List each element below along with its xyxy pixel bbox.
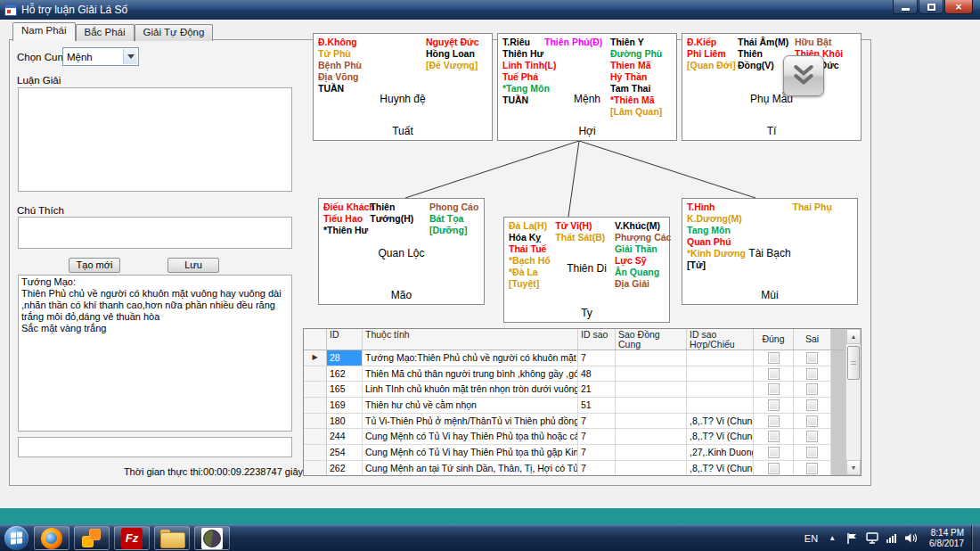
cell-dung[interactable] — [754, 350, 794, 366]
checkbox-sai[interactable] — [806, 352, 818, 364]
chu-thich-textarea[interactable] — [18, 217, 292, 249]
checkbox-dung[interactable] — [768, 447, 780, 458]
col-header-sao-dong-cung[interactable]: Sao Đồng Cung — [616, 329, 687, 350]
cell-id-sao-hop-chieu[interactable]: ,8,.T? Vi (Chung). — [687, 414, 754, 430]
col-header-sai[interactable]: Sai — [794, 329, 831, 350]
note-input[interactable] — [18, 437, 292, 457]
cell-id-sao-hop-chieu[interactable] — [687, 366, 754, 382]
cell-id[interactable]: 244 — [327, 429, 363, 445]
col-header-thuoc-tinh[interactable]: Thuộc tính — [363, 329, 578, 350]
cell-thuoc-tinh[interactable]: Cung Mệnh an tại Tứ sinh Dần, Thân, Tị, … — [363, 461, 578, 475]
cell-sao-dong-cung[interactable] — [616, 429, 687, 445]
cell-dung[interactable] — [754, 366, 794, 382]
cell-sai[interactable] — [794, 445, 831, 461]
cell-thuoc-tinh[interactable]: Thiên hư chủ về cằm nhọn — [363, 398, 578, 414]
row-selector[interactable] — [304, 398, 327, 414]
cell-thuoc-tinh[interactable]: Tủ Vi-Thiên Phủ ở mệnh/ThânTủ vi Thiên p… — [363, 414, 578, 430]
start-button[interactable] — [4, 526, 29, 550]
cell-id-sao-hop-chieu[interactable]: ,8,.T? Vi (Chung). — [687, 429, 754, 445]
volume-icon[interactable] — [904, 532, 918, 544]
tab-giai-tu-dong[interactable]: Giải Tự Động — [135, 24, 214, 41]
checkbox-sai[interactable] — [806, 415, 818, 427]
row-selector[interactable] — [304, 414, 327, 430]
cell-id[interactable]: 262 — [327, 461, 363, 475]
palace-cell-tuat[interactable]: Đ.KhôngTử PhùBệnh PhùĐịa VõngTUẦNNguyệt … — [313, 33, 493, 141]
checkbox-dung[interactable] — [768, 368, 780, 380]
cell-id-sao-hop-chieu[interactable] — [687, 398, 754, 414]
checkbox-dung[interactable] — [768, 399, 780, 411]
cell-id-sao[interactable]: 21 — [578, 382, 616, 398]
cell-id-sao-hop-chieu[interactable] — [687, 350, 754, 366]
col-header-id-sao-hop-chieu[interactable]: ID sao Hợp/Chiếu — [687, 329, 754, 350]
checkbox-dung[interactable] — [768, 415, 780, 427]
checkbox-sai[interactable] — [806, 383, 818, 395]
cell-id-sao[interactable]: 7 — [578, 461, 616, 475]
taskbar-item-firefox[interactable] — [34, 526, 69, 550]
language-indicator[interactable]: EN — [804, 533, 818, 544]
remote-session-icon[interactable] — [866, 532, 878, 544]
show-desktop-button[interactable] — [971, 525, 980, 551]
table-row[interactable]: 254Cung Mệnh có Tủ Vi hay Thiên Phủ tọa … — [304, 445, 845, 461]
checkbox-sai[interactable] — [806, 399, 818, 411]
cell-sao-dong-cung[interactable] — [616, 414, 687, 430]
taskbar-item-filezilla[interactable]: Fz — [114, 526, 150, 550]
cell-id[interactable]: 169 — [327, 398, 363, 414]
cell-dung[interactable] — [754, 382, 794, 398]
palace-cell-ty[interactable]: Đà La(H)Hóa KỵThái Tuế*Bạch Hổ*Đà La[Tuy… — [503, 217, 670, 323]
cell-sao-dong-cung[interactable] — [616, 461, 687, 475]
cell-thuoc-tinh[interactable]: Thiên Mã chủ thân người trung bình ,khôn… — [363, 366, 578, 382]
table-row[interactable]: 169Thiên hư chủ về cằm nhọn51 — [304, 398, 845, 414]
cell-id-sao[interactable]: 7 — [578, 414, 616, 430]
cell-sao-dong-cung[interactable] — [616, 382, 687, 398]
table-row[interactable]: 162Thiên Mã chủ thân người trung bình ,k… — [304, 366, 845, 382]
table-row[interactable]: 180Tủ Vi-Thiên Phủ ở mệnh/ThânTủ vi Thiê… — [304, 414, 845, 430]
checkbox-sai[interactable] — [806, 368, 818, 380]
checkbox-dung[interactable] — [768, 431, 780, 442]
checkbox-sai[interactable] — [806, 447, 818, 458]
cell-id-sao-hop-chieu[interactable]: ,8,.T? Vi (Chung). — [687, 461, 754, 475]
minimize-button[interactable] — [893, 0, 918, 14]
cell-sai[interactable] — [794, 398, 831, 414]
luan-giai-textarea[interactable] — [18, 87, 292, 192]
cell-id[interactable]: 165 — [327, 382, 363, 398]
close-button[interactable]: × — [944, 0, 973, 14]
table-row[interactable]: ▶28Tướng Mạo:Thiên Phủ chủ về người có k… — [304, 350, 845, 366]
taskbar-clock[interactable]: 8:14 PM 6/8/2017 — [929, 528, 964, 549]
cell-sai[interactable] — [794, 350, 831, 366]
cell-sao-dong-cung[interactable] — [616, 445, 687, 461]
cell-dung[interactable] — [754, 398, 794, 414]
luu-button[interactable]: Lưu — [167, 258, 219, 273]
palace-cell-ti[interactable]: Đ.KiếpPhi Liêm[Quan Đới]Thái Âm(M)Thiên … — [682, 33, 862, 141]
checkbox-dung[interactable] — [768, 463, 780, 474]
action-center-flag-icon[interactable] — [846, 532, 858, 545]
tab-bac-phai[interactable]: Bắc Phái — [76, 24, 135, 41]
cell-sai[interactable] — [794, 382, 831, 398]
cell-sai[interactable] — [794, 461, 831, 475]
tab-nam-phai[interactable]: Nam Phái — [12, 22, 76, 41]
scroll-up-arrow[interactable]: ▲ — [846, 329, 861, 344]
cell-id-sao[interactable]: 51 — [578, 398, 616, 414]
scrollbar-thumb[interactable] — [847, 346, 860, 380]
cell-id[interactable]: 180 — [327, 414, 363, 430]
tao-moi-button[interactable]: Tạo mới — [69, 258, 120, 273]
cell-thuoc-tinh[interactable]: Tướng Mạo:Thiên Phủ chủ về người có khuô… — [363, 350, 578, 366]
cell-thuoc-tinh[interactable]: Cung Mệnh có Tủ Vi hay Thiên Phủ tọa thủ… — [363, 445, 578, 461]
cell-thuoc-tinh[interactable]: Cung Mệnh có Tủ Vi hay Thiên Phủ tọa thủ… — [363, 429, 578, 445]
cell-id-sao[interactable]: 48 — [578, 366, 616, 382]
chevron-down-icon[interactable] — [123, 49, 137, 64]
cell-sai[interactable] — [794, 366, 831, 382]
row-selector[interactable] — [304, 429, 327, 445]
table-row[interactable]: 244Cung Mệnh có Tủ Vi hay Thiên Phủ tọa … — [304, 429, 845, 445]
row-selector[interactable] — [304, 366, 327, 382]
show-hidden-icons-button[interactable]: ▲ — [829, 534, 836, 542]
cell-dung[interactable] — [754, 461, 794, 475]
cell-dung[interactable] — [754, 414, 794, 430]
cell-sao-dong-cung[interactable] — [616, 398, 687, 414]
palace-cell-hoi[interactable]: T.RiêuThiên HưLinh Tinh(L)Tuế Phá*Tang M… — [497, 33, 677, 141]
double-down-arrow-button[interactable] — [783, 55, 824, 96]
cell-id[interactable]: 254 — [327, 445, 363, 461]
taskbar-item-app[interactable] — [194, 526, 230, 550]
palace-cell-mui[interactable]: T.HìnhK.Dương(M)Tang MônQuan Phú*Kinh Dư… — [682, 198, 858, 305]
col-header-dung[interactable]: Đúng — [754, 329, 794, 350]
checkbox-dung[interactable] — [768, 352, 780, 364]
